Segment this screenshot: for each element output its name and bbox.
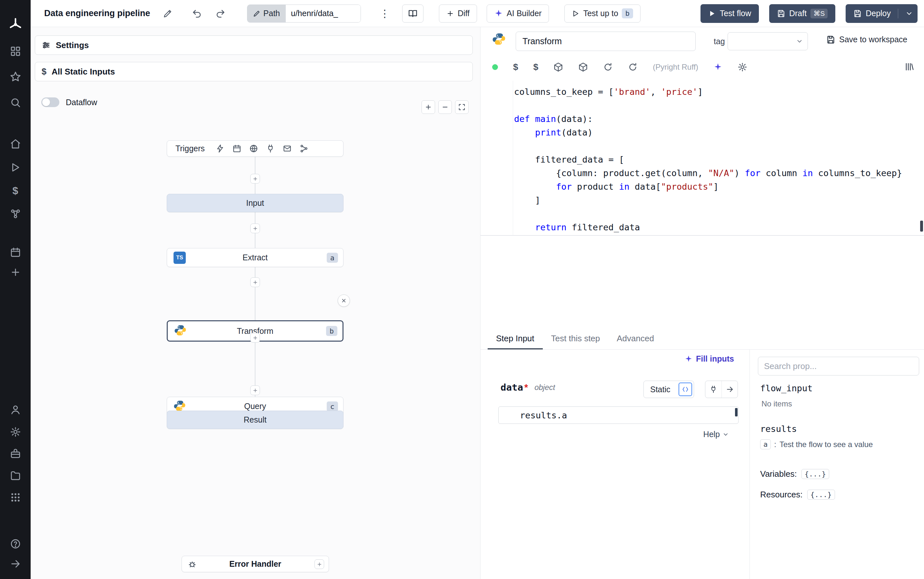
- result-node[interactable]: Result: [167, 411, 343, 429]
- editor-scrollbar-thumb[interactable]: [920, 221, 923, 232]
- websocket-icon[interactable]: [266, 144, 275, 153]
- fill-inputs-button[interactable]: Fill inputs: [684, 354, 734, 363]
- resources-row[interactable]: Resources: {...}: [760, 490, 835, 500]
- draft-button[interactable]: Draft ⌘S: [769, 4, 835, 23]
- expression-editor-toggle-icon[interactable]: [679, 383, 692, 396]
- input-node[interactable]: Input: [167, 194, 343, 212]
- reload-icon[interactable]: [603, 62, 613, 72]
- test-flow-button[interactable]: Test flow: [700, 4, 759, 23]
- package-icon[interactable]: [578, 62, 588, 72]
- triggers-node[interactable]: Triggers: [167, 140, 343, 157]
- add-step-button[interactable]: [250, 174, 260, 183]
- redo-icon[interactable]: [215, 9, 225, 18]
- variable-picker-icon[interactable]: $: [513, 62, 518, 72]
- email-icon[interactable]: [283, 144, 292, 153]
- ai-builder-button[interactable]: AI Builder: [486, 5, 549, 23]
- path-input[interactable]: [286, 5, 361, 22]
- test-up-to-button[interactable]: Test up to b: [565, 5, 640, 23]
- add-step-button[interactable]: [250, 224, 260, 233]
- docs-button[interactable]: [402, 5, 423, 23]
- variables-label: Variables:: [760, 469, 797, 479]
- bottom-tabs: Step Input Test this step Advanced: [480, 329, 924, 350]
- edit-title-icon[interactable]: [163, 9, 172, 18]
- tab-test-this-step-label: Test this step: [551, 334, 600, 343]
- flow-input-tree-item[interactable]: flow_input: [760, 383, 813, 393]
- field-value-editor[interactable]: results.a: [498, 406, 739, 424]
- extract-node[interactable]: TS Extract a: [167, 248, 343, 267]
- ai-sparkle-icon[interactable]: [713, 62, 722, 72]
- diff-button[interactable]: Diff: [439, 5, 477, 23]
- static-mode-button[interactable]: Static: [644, 385, 677, 394]
- resource-picker-icon[interactable]: $: [534, 62, 539, 72]
- result-entry[interactable]: a : Test the flow to see a value: [760, 439, 873, 449]
- editor-gutter-line: [513, 81, 513, 236]
- all-static-inputs-bar[interactable]: $ All Static Inputs: [35, 62, 473, 81]
- workers-icon[interactable]: [0, 448, 31, 459]
- mini-scrollbar-thumb[interactable]: [735, 408, 738, 416]
- add-error-handler-button[interactable]: [315, 559, 324, 569]
- home-icon[interactable]: [0, 138, 31, 149]
- add-step-button[interactable]: [250, 386, 260, 395]
- field-value-text: results.a: [520, 410, 567, 420]
- step-name-input[interactable]: [516, 32, 695, 51]
- apps-grid-icon[interactable]: [0, 46, 31, 57]
- more-menu-icon[interactable]: ⋮: [380, 7, 390, 20]
- path-button[interactable]: Path: [247, 5, 286, 22]
- apps-menu-icon[interactable]: [0, 492, 31, 503]
- tag-label: tag: [714, 37, 725, 46]
- deploy-button[interactable]: Deploy: [846, 4, 917, 23]
- tab-advanced[interactable]: Advanced: [608, 329, 663, 349]
- save-icon: [853, 9, 862, 18]
- draft-label: Draft: [789, 9, 806, 18]
- add-icon[interactable]: [0, 267, 31, 278]
- results-tree-item[interactable]: results: [760, 424, 797, 434]
- package-icon[interactable]: [553, 62, 563, 72]
- dataflow-toggle-row: Dataflow: [41, 97, 97, 107]
- variables-row[interactable]: Variables: {...}: [760, 469, 829, 479]
- delete-step-button[interactable]: [338, 294, 350, 307]
- runs-icon[interactable]: [0, 162, 31, 173]
- arrow-right-icon[interactable]: [722, 381, 738, 398]
- tab-step-input[interactable]: Step Input: [488, 329, 543, 349]
- http-route-icon[interactable]: [249, 144, 258, 153]
- code-editor[interactable]: columns_to_keep = ['brand', 'price'] def…: [480, 81, 924, 236]
- prop-picker-panel: flow_input No items results a : Test the…: [750, 350, 924, 579]
- folders-icon[interactable]: [0, 470, 31, 481]
- query-step-id-badge: c: [327, 401, 338, 411]
- variables-icon[interactable]: $: [0, 185, 31, 197]
- search-prop-input[interactable]: [758, 357, 919, 375]
- fit-view-button[interactable]: [455, 100, 469, 114]
- library-panel-icon[interactable]: [904, 62, 914, 72]
- save-icon: [826, 35, 835, 44]
- add-step-button[interactable]: [250, 277, 260, 287]
- tab-test-this-step[interactable]: Test this step: [543, 329, 609, 349]
- editor-settings-icon[interactable]: [738, 62, 747, 72]
- schedule-icon[interactable]: [233, 144, 241, 153]
- save-to-workspace-button[interactable]: Save to workspace: [826, 35, 907, 44]
- chevron-down-icon[interactable]: [905, 10, 913, 17]
- help-toggle[interactable]: Help: [704, 430, 729, 439]
- plug-connect-icon[interactable]: [705, 381, 722, 398]
- add-step-button[interactable]: [250, 333, 260, 343]
- zoom-in-button[interactable]: [421, 100, 435, 114]
- flow-settings-bar[interactable]: Settings: [35, 36, 473, 55]
- reload-icon[interactable]: [628, 62, 638, 72]
- kafka-icon[interactable]: [300, 144, 309, 153]
- sliders-icon: [42, 41, 51, 50]
- collapse-sidebar-icon[interactable]: [0, 558, 31, 569]
- tag-select[interactable]: [728, 32, 808, 50]
- resources-icon[interactable]: [0, 208, 31, 219]
- help-icon[interactable]: [0, 538, 31, 550]
- settings-gear-icon[interactable]: [0, 427, 31, 437]
- dataflow-toggle[interactable]: [41, 97, 59, 107]
- error-handler-node[interactable]: Error Handler: [181, 556, 329, 572]
- webhook-icon[interactable]: [216, 144, 224, 153]
- schedules-icon[interactable]: [0, 247, 31, 258]
- all-static-inputs-label: All Static Inputs: [52, 67, 115, 77]
- user-icon[interactable]: [0, 404, 31, 415]
- zoom-out-button[interactable]: [438, 100, 452, 114]
- search-icon[interactable]: [0, 97, 31, 108]
- windmill-logo[interactable]: [0, 17, 31, 32]
- star-icon[interactable]: [0, 71, 31, 82]
- undo-icon[interactable]: [192, 9, 202, 18]
